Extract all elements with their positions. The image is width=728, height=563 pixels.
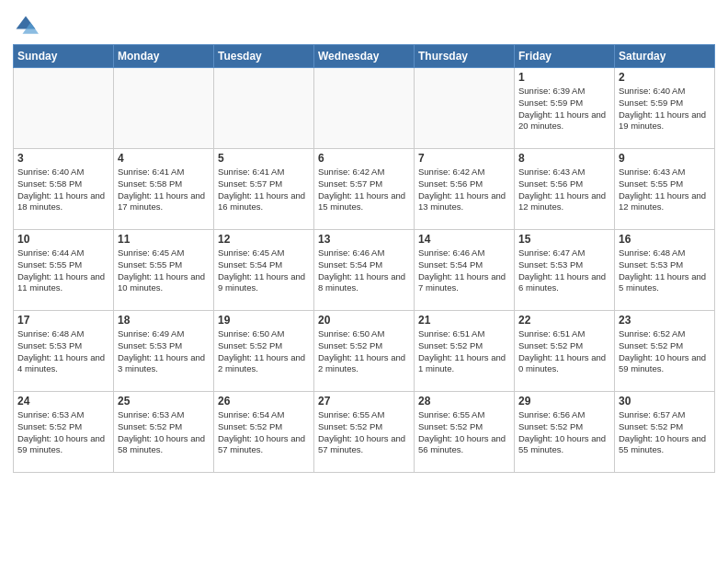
day-number: 11 bbox=[118, 233, 210, 246]
calendar-cell: 4Sunrise: 6:41 AMSunset: 5:58 PMDaylight… bbox=[114, 149, 214, 230]
calendar-cell bbox=[114, 68, 214, 149]
calendar-week-row: 3Sunrise: 6:40 AMSunset: 5:58 PMDaylight… bbox=[14, 149, 715, 230]
calendar-cell: 1Sunrise: 6:39 AMSunset: 5:59 PMDaylight… bbox=[515, 68, 615, 149]
calendar-cell: 23Sunrise: 6:52 AMSunset: 5:52 PMDayligh… bbox=[615, 311, 715, 392]
calendar-cell: 14Sunrise: 6:46 AMSunset: 5:54 PMDayligh… bbox=[415, 230, 515, 311]
day-number: 5 bbox=[218, 152, 310, 165]
day-number: 3 bbox=[17, 152, 109, 165]
cell-info: Sunrise: 6:45 AMSunset: 5:54 PMDaylight:… bbox=[218, 247, 310, 294]
day-number: 21 bbox=[418, 314, 510, 327]
day-number: 12 bbox=[218, 233, 310, 246]
cell-info: Sunrise: 6:39 AMSunset: 5:59 PMDaylight:… bbox=[518, 86, 610, 132]
cell-info: Sunrise: 6:53 AMSunset: 5:52 PMDaylight:… bbox=[17, 409, 109, 456]
day-number: 7 bbox=[418, 152, 510, 165]
calendar-cell bbox=[214, 68, 314, 149]
cell-info: Sunrise: 6:42 AMSunset: 5:56 PMDaylight:… bbox=[418, 167, 510, 213]
calendar-week-row: 17Sunrise: 6:48 AMSunset: 5:53 PMDayligh… bbox=[14, 311, 715, 392]
day-number: 30 bbox=[619, 395, 711, 408]
day-number: 27 bbox=[318, 395, 410, 408]
calendar-cell: 24Sunrise: 6:53 AMSunset: 5:52 PMDayligh… bbox=[14, 392, 114, 473]
calendar-cell: 7Sunrise: 6:42 AMSunset: 5:56 PMDaylight… bbox=[415, 149, 515, 230]
calendar-cell: 15Sunrise: 6:47 AMSunset: 5:53 PMDayligh… bbox=[515, 230, 615, 311]
day-number: 1 bbox=[518, 71, 610, 84]
calendar-cell: 20Sunrise: 6:50 AMSunset: 5:52 PMDayligh… bbox=[314, 311, 415, 392]
day-number: 8 bbox=[518, 152, 610, 165]
calendar-cell: 10Sunrise: 6:44 AMSunset: 5:55 PMDayligh… bbox=[14, 230, 114, 311]
day-number: 25 bbox=[118, 395, 210, 408]
calendar-cell: 30Sunrise: 6:57 AMSunset: 5:52 PMDayligh… bbox=[615, 392, 715, 473]
cell-info: Sunrise: 6:40 AMSunset: 5:58 PMDaylight:… bbox=[17, 167, 109, 213]
calendar-cell: 16Sunrise: 6:48 AMSunset: 5:53 PMDayligh… bbox=[615, 230, 715, 311]
weekday-header: Sunday bbox=[14, 45, 114, 68]
calendar-cell: 21Sunrise: 6:51 AMSunset: 5:52 PMDayligh… bbox=[415, 311, 515, 392]
day-number: 2 bbox=[619, 71, 711, 84]
cell-info: Sunrise: 6:46 AMSunset: 5:54 PMDaylight:… bbox=[418, 247, 510, 294]
calendar-cell: 3Sunrise: 6:40 AMSunset: 5:58 PMDaylight… bbox=[14, 149, 114, 230]
cell-info: Sunrise: 6:40 AMSunset: 5:59 PMDaylight:… bbox=[619, 86, 711, 132]
cell-info: Sunrise: 6:45 AMSunset: 5:55 PMDaylight:… bbox=[118, 247, 210, 294]
day-number: 14 bbox=[418, 233, 510, 246]
cell-info: Sunrise: 6:51 AMSunset: 5:52 PMDaylight:… bbox=[418, 328, 510, 375]
weekday-header: Tuesday bbox=[214, 45, 314, 68]
calendar-header-row: SundayMondayTuesdayWednesdayThursdayFrid… bbox=[14, 45, 715, 68]
day-number: 17 bbox=[17, 314, 109, 327]
calendar-cell: 5Sunrise: 6:41 AMSunset: 5:57 PMDaylight… bbox=[214, 149, 314, 230]
weekday-header: Thursday bbox=[415, 45, 515, 68]
day-number: 4 bbox=[118, 152, 210, 165]
weekday-header: Wednesday bbox=[314, 45, 415, 68]
day-number: 13 bbox=[318, 233, 410, 246]
day-number: 6 bbox=[318, 152, 410, 165]
calendar-cell: 29Sunrise: 6:56 AMSunset: 5:52 PMDayligh… bbox=[515, 392, 615, 473]
day-number: 20 bbox=[318, 314, 410, 327]
day-number: 16 bbox=[619, 233, 711, 246]
calendar-cell: 18Sunrise: 6:49 AMSunset: 5:53 PMDayligh… bbox=[114, 311, 214, 392]
weekday-header: Monday bbox=[114, 45, 214, 68]
day-number: 15 bbox=[518, 233, 610, 246]
weekday-header: Saturday bbox=[615, 45, 715, 68]
cell-info: Sunrise: 6:44 AMSunset: 5:55 PMDaylight:… bbox=[17, 247, 109, 294]
cell-info: Sunrise: 6:57 AMSunset: 5:52 PMDaylight:… bbox=[619, 409, 711, 456]
cell-info: Sunrise: 6:42 AMSunset: 5:57 PMDaylight:… bbox=[318, 167, 410, 213]
calendar-cell: 19Sunrise: 6:50 AMSunset: 5:52 PMDayligh… bbox=[214, 311, 314, 392]
calendar-cell: 8Sunrise: 6:43 AMSunset: 5:56 PMDaylight… bbox=[515, 149, 615, 230]
calendar-cell: 17Sunrise: 6:48 AMSunset: 5:53 PMDayligh… bbox=[14, 311, 114, 392]
calendar-cell: 22Sunrise: 6:51 AMSunset: 5:52 PMDayligh… bbox=[515, 311, 615, 392]
day-number: 22 bbox=[518, 314, 610, 327]
weekday-header: Friday bbox=[515, 45, 615, 68]
cell-info: Sunrise: 6:49 AMSunset: 5:53 PMDaylight:… bbox=[118, 328, 210, 375]
cell-info: Sunrise: 6:46 AMSunset: 5:54 PMDaylight:… bbox=[318, 247, 410, 294]
cell-info: Sunrise: 6:56 AMSunset: 5:52 PMDaylight:… bbox=[518, 409, 610, 456]
calendar-week-row: 10Sunrise: 6:44 AMSunset: 5:55 PMDayligh… bbox=[14, 230, 715, 311]
day-number: 10 bbox=[17, 233, 109, 246]
cell-info: Sunrise: 6:51 AMSunset: 5:52 PMDaylight:… bbox=[518, 328, 610, 375]
calendar-cell bbox=[314, 68, 415, 149]
cell-info: Sunrise: 6:53 AMSunset: 5:52 PMDaylight:… bbox=[118, 409, 210, 456]
cell-info: Sunrise: 6:50 AMSunset: 5:52 PMDaylight:… bbox=[318, 328, 410, 375]
cell-info: Sunrise: 6:41 AMSunset: 5:58 PMDaylight:… bbox=[118, 167, 210, 213]
calendar-cell: 6Sunrise: 6:42 AMSunset: 5:57 PMDaylight… bbox=[314, 149, 415, 230]
logo bbox=[13, 13, 42, 39]
calendar-cell bbox=[415, 68, 515, 149]
cell-info: Sunrise: 6:55 AMSunset: 5:52 PMDaylight:… bbox=[418, 409, 510, 456]
calendar: SundayMondayTuesdayWednesdayThursdayFrid… bbox=[13, 44, 715, 473]
calendar-cell: 9Sunrise: 6:43 AMSunset: 5:55 PMDaylight… bbox=[615, 149, 715, 230]
calendar-cell: 2Sunrise: 6:40 AMSunset: 5:59 PMDaylight… bbox=[615, 68, 715, 149]
day-number: 26 bbox=[218, 395, 310, 408]
calendar-cell: 11Sunrise: 6:45 AMSunset: 5:55 PMDayligh… bbox=[114, 230, 214, 311]
cell-info: Sunrise: 6:43 AMSunset: 5:55 PMDaylight:… bbox=[619, 167, 711, 213]
cell-info: Sunrise: 6:48 AMSunset: 5:53 PMDaylight:… bbox=[17, 328, 109, 375]
calendar-cell: 28Sunrise: 6:55 AMSunset: 5:52 PMDayligh… bbox=[415, 392, 515, 473]
cell-info: Sunrise: 6:43 AMSunset: 5:56 PMDaylight:… bbox=[518, 167, 610, 213]
logo-icon bbox=[13, 13, 39, 39]
day-number: 19 bbox=[218, 314, 310, 327]
cell-info: Sunrise: 6:48 AMSunset: 5:53 PMDaylight:… bbox=[619, 247, 711, 294]
day-number: 28 bbox=[418, 395, 510, 408]
calendar-cell: 26Sunrise: 6:54 AMSunset: 5:52 PMDayligh… bbox=[214, 392, 314, 473]
calendar-week-row: 24Sunrise: 6:53 AMSunset: 5:52 PMDayligh… bbox=[14, 392, 715, 473]
calendar-cell bbox=[14, 68, 114, 149]
cell-info: Sunrise: 6:47 AMSunset: 5:53 PMDaylight:… bbox=[518, 247, 610, 294]
cell-info: Sunrise: 6:50 AMSunset: 5:52 PMDaylight:… bbox=[218, 328, 310, 375]
day-number: 18 bbox=[118, 314, 210, 327]
cell-info: Sunrise: 6:55 AMSunset: 5:52 PMDaylight:… bbox=[318, 409, 410, 456]
day-number: 24 bbox=[17, 395, 109, 408]
